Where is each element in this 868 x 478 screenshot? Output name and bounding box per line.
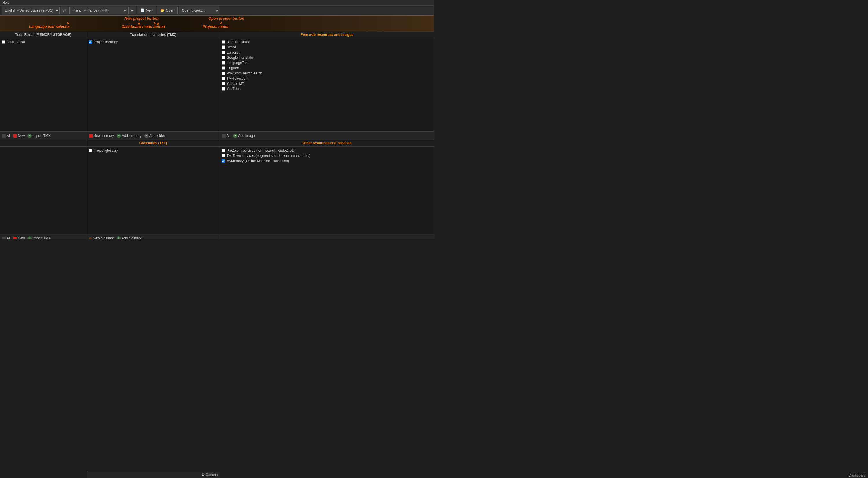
all-icon-bottom [2, 237, 6, 239]
translation-memories-panel: Project memory New memory + Add memory +… [87, 38, 220, 140]
new-glossary-btn[interactable]: ✏ New glossary [89, 236, 114, 239]
bing-translator-label: Bing Translator [226, 40, 250, 44]
import-tmx-btn-bottom[interactable]: + Import TMX [28, 236, 50, 239]
tm-town-services-item[interactable]: TM-Town services (segment search, term s… [222, 153, 432, 158]
import-tmx-plus-icon-bottom: + [28, 236, 32, 239]
all-resources-icon [222, 134, 226, 138]
total-recall-header: Total Recall (MEMORY STORAGE) [0, 32, 87, 38]
glossaries-panel: Project glossary ✏ New glossary + Add gl… [87, 147, 220, 239]
free-web-resources-content: Bing Translator DeepL Euroglot Google Tr… [220, 38, 434, 131]
youdao-item[interactable]: Youdao MT [222, 81, 432, 86]
toolbar: English - United States (en-US) ⇄ French… [0, 5, 434, 16]
new-project-annotation: New project button [124, 16, 159, 21]
mymemory-label: MyMemory (Online Machine Translation) [226, 159, 289, 163]
mymemory-item[interactable]: MyMemory (Online Machine Translation) [222, 158, 432, 163]
add-image-btn[interactable]: + Add image [233, 134, 255, 138]
linguee-item[interactable]: Linguee [222, 65, 432, 71]
languagetool-label: LanguageTool [226, 61, 248, 65]
dashboard-menu-arrow-up: ∧ [153, 21, 156, 25]
languagetool-item[interactable]: LanguageTool [222, 60, 432, 65]
tm-town-services-label: TM-Town services (segment search, term s… [226, 154, 310, 158]
open-project-button[interactable]: 📂 Open [157, 7, 177, 14]
total-recall-all-btn[interactable]: All [2, 134, 10, 138]
add-memory-icon: + [117, 134, 121, 138]
languagetool-checkbox[interactable] [222, 61, 225, 65]
new-icon-red-bottom [13, 237, 17, 239]
other-resources-content: ProZ.com services (term search, KudoZ, e… [220, 147, 434, 234]
euroglot-checkbox[interactable] [222, 51, 225, 54]
open-project-icon: 📂 [160, 8, 165, 12]
new-icon-red [13, 134, 17, 138]
google-translate-label: Google Translate [226, 56, 253, 60]
translation-memories-content: Project memory [87, 38, 220, 131]
open-project-annotation: Open project button [208, 16, 244, 21]
total-recall-bottom-footer: All New + Import TMX [0, 234, 87, 239]
all-icon [2, 134, 6, 138]
tm-town-item[interactable]: TM-Town.com [222, 76, 432, 81]
new-memory-icon [89, 134, 93, 138]
other-resources-panel: ProZ.com services (term search, KudoZ, e… [220, 147, 434, 239]
proz-term-label: ProZ.com Term Search [226, 71, 262, 75]
proz-services-checkbox[interactable] [222, 149, 225, 152]
dashboard-menu-button[interactable]: ≡ [128, 7, 136, 14]
other-resources-footer [220, 234, 434, 239]
new-project-button[interactable]: 📄 New [137, 7, 156, 14]
add-folder-btn[interactable]: + Add folder [144, 134, 165, 138]
free-web-resources-panel: Bing Translator DeepL Euroglot Google Tr… [220, 38, 434, 140]
total-recall-all-btn-bottom[interactable]: All [2, 236, 10, 239]
menu-bar: Help [0, 0, 434, 5]
project-glossary-item[interactable]: Project glossary [89, 148, 218, 153]
project-memory-item[interactable]: Project memory [89, 39, 218, 44]
bottom-headers-row: Glossaries (TXT) Other resources and ser… [0, 140, 434, 147]
bing-translator-checkbox[interactable] [222, 40, 225, 44]
add-image-icon: + [233, 134, 237, 138]
deepl-item[interactable]: DeepL [222, 44, 432, 50]
total-recall-item[interactable]: Total_Recall [2, 39, 85, 44]
project-glossary-checkbox[interactable] [89, 149, 92, 152]
new-project-icon: 📄 [140, 8, 145, 12]
projects-menu-select[interactable]: Open project... [179, 7, 219, 14]
youtube-checkbox[interactable] [222, 87, 225, 91]
deepl-checkbox[interactable] [222, 46, 225, 49]
projects-menu-arrow-up: ∧ [220, 21, 222, 25]
tm-town-checkbox[interactable] [222, 77, 225, 80]
top-sections: Total_Recall All New + Import TMX Projec… [0, 38, 434, 140]
help-menu[interactable]: Help [2, 1, 9, 5]
add-memory-btn[interactable]: + Add memory [117, 134, 142, 138]
other-resources-header: Other resources and services [220, 140, 434, 146]
projects-menu-annotation: Projects menu [203, 24, 228, 29]
youtube-label: YouTube [226, 87, 240, 91]
total-recall-new-btn[interactable]: New [13, 134, 25, 138]
translation-memories-footer: New memory + Add memory + Add folder [87, 131, 220, 140]
bottom-section: All New + Import TMX Project glossary ✏ … [0, 147, 434, 239]
euroglot-item[interactable]: Euroglot [222, 50, 432, 55]
free-resources-all-btn[interactable]: All [222, 134, 230, 138]
dashboard-menu-annotation: Dashboard menu button [122, 24, 165, 29]
mymemory-checkbox[interactable] [222, 159, 225, 163]
project-memory-checkbox[interactable] [89, 40, 92, 44]
euroglot-label: Euroglot [226, 50, 240, 54]
target-language-select[interactable]: French - France (fr-FR) [69, 7, 127, 14]
proz-term-item[interactable]: ProZ.com Term Search [222, 71, 432, 76]
proz-services-item[interactable]: ProZ.com services (term search, KudoZ, e… [222, 148, 432, 153]
import-tmx-btn[interactable]: + Import TMX [28, 134, 50, 138]
youtube-item[interactable]: YouTube [222, 86, 432, 91]
total-recall-label: Total_Recall [7, 40, 26, 44]
glossaries-content: Project glossary [87, 147, 220, 234]
free-web-resources-header: Free web resources and images [220, 32, 434, 38]
total-recall-new-btn-bottom[interactable]: New [13, 236, 25, 239]
swap-languages-button[interactable]: ⇄ [61, 7, 68, 14]
source-language-select[interactable]: English - United States (en-US) [2, 7, 60, 14]
new-memory-btn[interactable]: New memory [89, 134, 114, 138]
add-glossary-btn[interactable]: + Add glossary [117, 236, 142, 239]
bing-translator-item[interactable]: Bing Translator [222, 39, 432, 44]
proz-term-checkbox[interactable] [222, 71, 225, 75]
linguee-checkbox[interactable] [222, 66, 225, 70]
tm-town-services-checkbox[interactable] [222, 154, 225, 157]
total-recall-bottom-panel: All New + Import TMX [0, 147, 87, 239]
project-memory-label: Project memory [93, 40, 118, 44]
google-translate-checkbox[interactable] [222, 56, 225, 59]
youdao-checkbox[interactable] [222, 82, 225, 85]
total-recall-checkbox[interactable] [2, 40, 5, 44]
google-translate-item[interactable]: Google Translate [222, 55, 432, 60]
